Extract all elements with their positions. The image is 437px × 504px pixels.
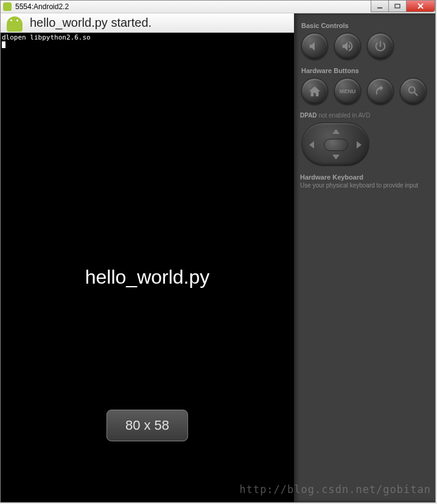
power-button[interactable] <box>367 33 394 60</box>
maximize-button[interactable] <box>388 0 407 12</box>
svg-rect-1 <box>395 4 400 8</box>
dpad-note: DPAD not enabled in AVD <box>300 112 430 119</box>
close-icon <box>418 3 424 9</box>
center-text: hello_world.py <box>1 266 294 289</box>
close-button[interactable] <box>406 0 435 12</box>
minimize-button[interactable] <box>371 0 389 12</box>
emulator-window: 5554:Android2.2 hello_world.py s <box>0 0 436 503</box>
menu-label: MENU <box>340 88 356 94</box>
toast-text: 80 x 58 <box>125 418 169 433</box>
keyboard-subtext: Use your physical keyboard to provide in… <box>300 182 430 189</box>
app-header-text: hello_world.py started. <box>30 16 152 30</box>
side-panel: Basic Controls Hardware Buttons MENU <box>294 13 435 502</box>
console-output: dlopen libpython2.6.so <box>1 33 294 50</box>
phone-screen[interactable]: hello_world.py started. dlopen libpython… <box>1 13 294 502</box>
dpad-center <box>324 139 348 151</box>
minimize-icon <box>377 4 383 9</box>
basic-controls-row <box>300 33 430 60</box>
volume-down-icon <box>308 40 321 53</box>
dpad-down <box>332 155 340 159</box>
search-button[interactable] <box>400 78 427 105</box>
menu-button[interactable]: MENU <box>334 78 361 105</box>
titlebar: 5554:Android2.2 <box>1 1 435 13</box>
window-controls <box>371 0 435 12</box>
keyboard-label: Hardware Keyboard <box>300 173 430 181</box>
volume-up-button[interactable] <box>334 33 361 60</box>
console-line: dlopen libpython2.6.so <box>2 34 294 41</box>
back-icon <box>374 85 387 98</box>
dpad-left <box>309 141 314 149</box>
app-header: hello_world.py started. <box>1 13 294 33</box>
app-icon <box>3 2 12 11</box>
volume-up-icon <box>341 40 354 53</box>
content-area: hello_world.py started. dlopen libpython… <box>1 13 435 502</box>
basic-controls-label: Basic Controls <box>301 22 430 29</box>
home-button[interactable] <box>301 78 328 105</box>
window-title: 5554:Android2.2 <box>15 2 69 11</box>
hardware-buttons-label: Hardware Buttons <box>301 67 430 74</box>
dpad-disabled-text: not enabled in AVD <box>318 112 370 119</box>
power-icon <box>374 40 387 53</box>
svg-rect-0 <box>377 7 382 9</box>
dpad-prefix: DPAD <box>300 112 317 119</box>
console-cursor <box>2 41 5 48</box>
maximize-icon <box>394 4 400 9</box>
hardware-buttons-row: MENU <box>300 78 430 105</box>
volume-down-button[interactable] <box>301 33 328 60</box>
dpad <box>301 122 369 166</box>
dpad-up <box>332 129 340 134</box>
toast: 80 x 58 <box>107 410 188 441</box>
home-icon <box>308 85 321 98</box>
back-button[interactable] <box>367 78 394 105</box>
dpad-right <box>357 141 362 149</box>
search-icon <box>407 85 420 98</box>
android-icon <box>4 15 25 32</box>
